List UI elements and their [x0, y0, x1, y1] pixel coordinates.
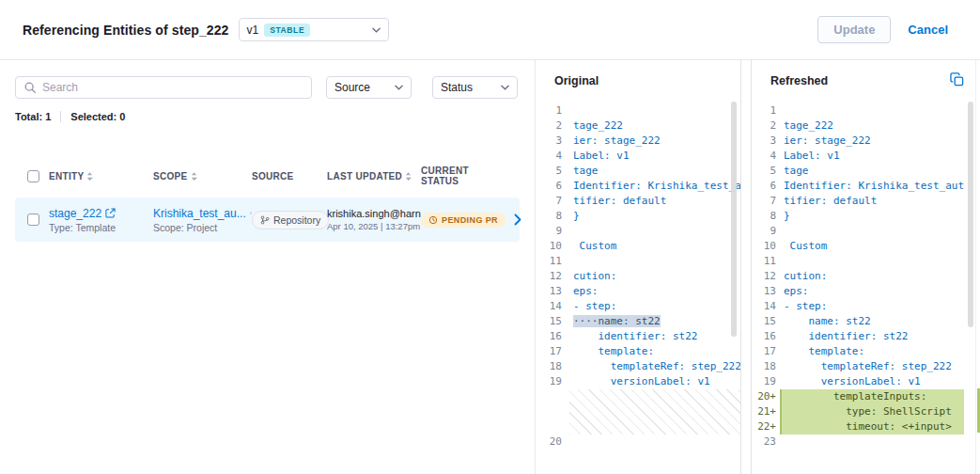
line-text: tifier: default — [569, 194, 740, 209]
line-number: 16 — [752, 329, 780, 344]
line-text: template: — [569, 344, 740, 359]
search-input[interactable] — [42, 81, 303, 94]
version-value: v1 — [247, 24, 259, 37]
external-link-icon[interactable] — [105, 208, 116, 218]
line-text: - step: — [780, 299, 964, 314]
line-number: 14 — [752, 299, 780, 314]
sort-icon — [86, 171, 93, 182]
code-line: 17 template: — [536, 344, 740, 359]
code-line: 4Label: v1 — [536, 149, 740, 164]
line-number: 18 — [752, 359, 780, 374]
code-line: 5tage — [536, 164, 740, 179]
line-number: 4 — [536, 149, 569, 164]
total-count: Total: 1 — [15, 111, 51, 122]
chevron-down-icon — [501, 85, 509, 90]
sort-icon — [191, 171, 197, 182]
sort-icon — [405, 171, 412, 182]
line-number: 5 — [752, 164, 780, 179]
line-text: cution: — [569, 269, 740, 284]
status-filter-label: Status — [441, 81, 473, 94]
code-line: 16 identifier: st22 — [752, 329, 964, 344]
line-text: ····name: st22 — [569, 314, 740, 329]
line-text — [780, 224, 964, 239]
status-cell: PENDING PR — [421, 212, 506, 229]
code-line: 14- step: — [752, 299, 964, 314]
selected-count: Selected: 0 — [70, 111, 125, 122]
line-text: type: ShellScript — [780, 404, 964, 419]
code-line: 4Label: v1 — [752, 149, 964, 164]
cancel-button[interactable]: Cancel — [898, 17, 957, 42]
page-title: Referencing Entities of step_222 — [23, 23, 229, 38]
column-header-scope[interactable]: SCOPE — [153, 171, 252, 182]
table-header: ENTITY SCOPE SOURCE LAST UPDATED CURRENT… — [15, 166, 520, 183]
column-header-current-status: CURRENT STATUS — [421, 166, 495, 186]
refreshed-pane-title: Refreshed — [752, 60, 980, 103]
line-number: 20+ — [752, 389, 780, 404]
column-label: SCOPE — [153, 171, 188, 182]
original-code[interactable]: 12tage_2223ier: stage_2224Label: v15tage… — [536, 103, 740, 450]
line-text: Identifier: Krishika_test_aut — [780, 179, 964, 194]
chevron-down-icon — [395, 85, 403, 90]
line-text: versionLabel: v1 — [569, 374, 740, 389]
code-line: 10 Custom — [536, 239, 740, 254]
code-line: 19 versionLabel: v1 — [752, 374, 964, 389]
line-text: tifier: default — [780, 194, 964, 209]
scrollbar-thumb[interactable] — [968, 102, 973, 327]
line-number: 1 — [536, 103, 569, 118]
line-number: 3 — [536, 134, 569, 149]
select-all-checkbox[interactable] — [27, 170, 39, 182]
source-filter[interactable]: Source — [326, 76, 412, 99]
refreshed-code[interactable]: 12tage_2223ier: stage_2224Label: v15tage… — [752, 103, 964, 450]
copy-icon[interactable] — [950, 72, 964, 87]
column-label: SOURCE — [252, 171, 294, 182]
version-select[interactable]: v1 STABLE — [239, 18, 389, 41]
scope-link[interactable]: Krishika_test_au... — [153, 207, 246, 220]
code-line: 15 name: st22 — [752, 314, 964, 329]
code-line: 5tage — [752, 164, 964, 179]
chevron-right-icon[interactable] — [514, 213, 521, 226]
line-number: 1 — [752, 103, 780, 118]
column-header-last-updated[interactable]: LAST UPDATED — [327, 171, 421, 182]
line-text: } — [569, 209, 740, 224]
search-box[interactable] — [15, 76, 312, 99]
code-line: 22+ timeout: <+input> — [752, 419, 964, 434]
code-line: 13eps: — [536, 284, 740, 299]
line-text: versionLabel: v1 — [780, 374, 964, 389]
scrollbar-thumb[interactable] — [731, 102, 737, 337]
column-header-entity[interactable]: ENTITY — [49, 171, 153, 182]
status-filter[interactable]: Status — [432, 76, 518, 99]
line-text: templateRef: step_222 — [569, 359, 740, 374]
line-number: 10 — [536, 239, 569, 254]
entity-link[interactable]: stage_222 — [49, 207, 101, 220]
search-icon — [23, 81, 37, 94]
line-text: Identifier: Krishika_test_aut — [569, 179, 740, 194]
line-text: tage_222 — [569, 118, 740, 134]
last-updated-cell: krishika.singh@harnes... Apr 10, 2025 | … — [327, 208, 421, 231]
code-line: 7tifier: default — [752, 194, 964, 209]
line-number: 6 — [536, 179, 569, 194]
code-line: 21+ type: ShellScript — [752, 404, 964, 419]
line-number: 22+ — [752, 419, 780, 434]
modal-header: Referencing Entities of step_222 v1 STAB… — [0, 0, 980, 60]
stable-badge: STABLE — [264, 24, 310, 37]
code-line: 14- step: — [536, 299, 740, 314]
git-icon — [260, 215, 270, 225]
line-number: 8 — [752, 209, 780, 224]
code-line: 13eps: — [752, 284, 964, 299]
split-handle[interactable] — [740, 60, 752, 474]
table-row[interactable]: stage_222 Type: Template Krishika_test_a… — [15, 198, 520, 242]
word-diff-highlight: ····name: st22 — [573, 315, 661, 327]
line-number: 5 — [536, 164, 569, 179]
divider — [60, 111, 61, 122]
main-content: Source Status Total: 1 Selected: 0 — [0, 60, 980, 474]
line-number: 23 — [752, 434, 780, 450]
line-number: 10 — [752, 239, 780, 254]
clock-icon — [428, 215, 438, 225]
entity-type: Type: Template — [49, 222, 153, 233]
line-number: 19 — [536, 374, 569, 389]
code-line: 6Identifier: Krishika_test_aut — [752, 179, 964, 194]
row-checkbox[interactable] — [27, 213, 39, 226]
status-badge: PENDING PR — [421, 213, 506, 228]
update-button[interactable]: Update — [817, 16, 891, 43]
line-text: template: — [780, 344, 964, 359]
